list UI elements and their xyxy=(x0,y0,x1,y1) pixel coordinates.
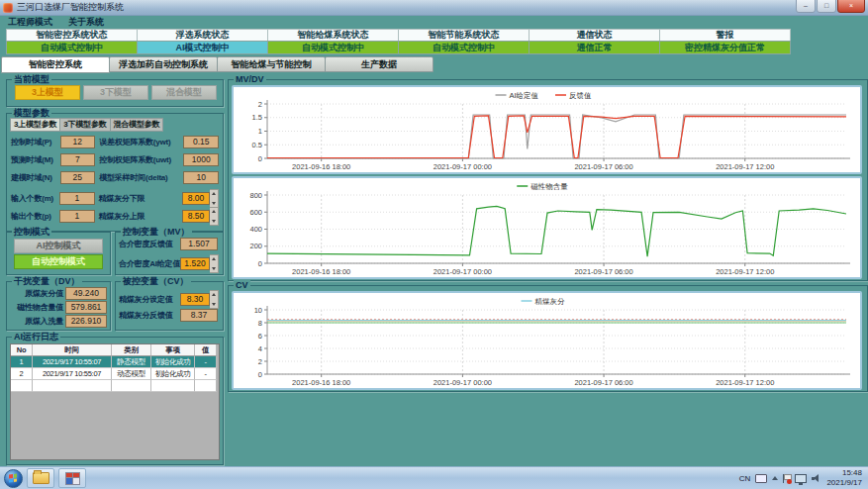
clock[interactable]: 15:48 2021/9/17 xyxy=(826,468,862,488)
start-button[interactable] xyxy=(4,469,23,488)
raw-coal-feed-value: 226.910 xyxy=(65,315,107,328)
chart-density-mvdv: 00.511.522021-09-16 18:002021-09-17 00:0… xyxy=(232,85,862,174)
cv-group: 被控变量（CV） 精煤灰分设定值 8.30 精煤灰分反馈值 8.37 xyxy=(115,281,224,331)
param-tab-3-lower[interactable]: 3下模型参数 xyxy=(59,118,110,132)
svg-text:2021-09-16 18:00: 2021-09-16 18:00 xyxy=(292,378,350,387)
svg-text:10: 10 xyxy=(254,306,262,315)
show-hidden-icons-arrow[interactable] xyxy=(772,476,778,480)
model-3-upper-button[interactable]: 3上模型 xyxy=(15,85,80,100)
svg-text:精煤灰分: 精煤灰分 xyxy=(534,297,566,306)
menu-about-system[interactable]: 关于系统 xyxy=(68,16,104,29)
svg-text:600: 600 xyxy=(249,208,262,217)
spinner-control[interactable] xyxy=(210,207,219,226)
param-row: 输入个数(m) 1 精煤灰分下限 8.00 xyxy=(11,189,219,208)
close-button[interactable]: × xyxy=(837,0,865,13)
system-tray: CN 15:48 2021/9/17 xyxy=(739,468,864,488)
svg-text:2021-09-17 00:00: 2021-09-17 00:00 xyxy=(434,162,492,171)
param-label: 输入个数(m) xyxy=(11,193,59,204)
input-language-indicator[interactable]: CN xyxy=(739,474,751,483)
ash-upper-limit-input[interactable]: 8.50 xyxy=(182,207,219,226)
status-value: 自动模式控制中 xyxy=(267,41,399,54)
param-value: 0.15 xyxy=(183,136,219,148)
dv-row: 原煤灰分值 49.240 xyxy=(10,287,107,300)
system-status-banner: 智能密控系统状态 浮选系统状态 智能给煤系统状态 智能节能系统状态 通信状态 警… xyxy=(7,29,791,54)
log-row-2[interactable]: 2 2021/9/17 10:55:07 动态模型 初始化成功 - xyxy=(11,368,219,380)
param-tab-mixed[interactable]: 混合模型参数 xyxy=(110,118,164,132)
group-label: MV/DV xyxy=(234,74,266,84)
param-label: 预测时域(M) xyxy=(11,154,60,165)
tab-flotation-dosing[interactable]: 浮选加药自动控制系统 xyxy=(109,56,218,72)
action-center-flag-icon[interactable] xyxy=(783,474,790,483)
minimize-button[interactable]: – xyxy=(796,0,816,13)
model-3-lower-button[interactable]: 3下模型 xyxy=(83,85,148,100)
ash-setpoint-input[interactable]: 8.30 xyxy=(180,290,219,309)
log-event: 初始化成功 xyxy=(151,356,195,368)
group-label: CV xyxy=(234,280,250,290)
param-value: 12 xyxy=(60,136,96,148)
input-value[interactable]: 8.00 xyxy=(182,192,210,205)
spinner-control[interactable] xyxy=(210,254,219,273)
group-label: 模型参数 xyxy=(12,108,51,118)
param-tab-3-upper[interactable]: 3上模型参数 xyxy=(10,118,60,132)
svg-text:2021-09-17 06:00: 2021-09-17 06:00 xyxy=(574,162,632,171)
svg-text:2: 2 xyxy=(258,357,262,366)
log-event: 初始化成功 xyxy=(151,368,195,380)
menu-bar: 工程师模式 关于系统 xyxy=(0,16,868,29)
app-icon xyxy=(3,3,13,13)
svg-text:2021-09-17 00:00: 2021-09-17 00:00 xyxy=(434,267,492,276)
svg-text:2021-09-16 18:00: 2021-09-16 18:00 xyxy=(292,162,350,171)
input-value[interactable]: 8.50 xyxy=(182,210,210,223)
svg-text:2021-09-16 18:00: 2021-09-16 18:00 xyxy=(292,267,350,276)
col-value: 值 xyxy=(195,344,217,356)
tab-smart-density-control[interactable]: 智能密控系统 xyxy=(1,56,110,73)
model-mixed-button[interactable]: 混合模型 xyxy=(151,85,217,100)
svg-text:AI给定值: AI给定值 xyxy=(510,91,539,100)
window-title: 三河口选煤厂智能控制系统 xyxy=(17,1,124,14)
param-label: 控制权矩阵系数(uwt) xyxy=(99,154,183,165)
cv-feedback-row: 精煤灰分反馈值 8.37 xyxy=(119,309,220,322)
keyboard-icon[interactable] xyxy=(755,474,767,483)
log-no: 1 xyxy=(11,356,33,368)
svg-text:反馈值: 反馈值 xyxy=(569,91,592,100)
network-icon[interactable] xyxy=(795,474,807,483)
field-label: 精煤灰分反馈值 xyxy=(119,310,180,321)
density-ai-setpoint-input[interactable]: 1.520 xyxy=(180,254,219,273)
ai-log-table[interactable]: No 时间 类别 事项 值 1 2021/9/17 10:55:07 静态模型 … xyxy=(10,343,220,460)
volume-icon[interactable] xyxy=(812,474,821,483)
field-label: 磁性物含量值 xyxy=(10,302,65,313)
log-value: - xyxy=(195,368,217,380)
tab-production-data[interactable]: 生产数据 xyxy=(325,56,434,72)
app-taskbar-button[interactable] xyxy=(58,468,86,488)
col-no: No xyxy=(11,344,33,356)
param-row: 建模时域(N) 25 模型采样时间(delta) 10 xyxy=(11,171,219,184)
spinner-control[interactable] xyxy=(210,290,219,309)
tab-coal-feed-energy[interactable]: 智能给煤与节能控制 xyxy=(217,56,326,72)
control-mode-group: 控制模式 AI控制模式 自动控制模式 xyxy=(6,232,111,275)
auto-control-mode-button[interactable]: 自动控制模式 xyxy=(14,254,103,269)
param-value: 7 xyxy=(60,153,96,166)
tray-time: 15:48 xyxy=(826,468,862,478)
svg-text:2021-09-17 06:00: 2021-09-17 06:00 xyxy=(574,267,632,276)
status-value: 密控精煤灰分值正常 xyxy=(659,41,791,54)
svg-text:1: 1 xyxy=(258,127,262,136)
menu-engineer-mode[interactable]: 工程师模式 xyxy=(8,16,52,29)
param-value: 10 xyxy=(183,171,219,184)
log-empty-row xyxy=(11,380,219,392)
input-value[interactable]: 1.520 xyxy=(180,257,210,270)
ai-control-mode-button[interactable]: AI控制模式 xyxy=(14,239,103,253)
col-time: 时间 xyxy=(33,344,112,356)
svg-text:0: 0 xyxy=(258,370,262,379)
ash-lower-limit-input[interactable]: 8.00 xyxy=(182,189,219,208)
spinner-control[interactable] xyxy=(210,189,219,208)
svg-text:2021-09-17 12:00: 2021-09-17 12:00 xyxy=(716,162,774,171)
param-value: 1 xyxy=(59,192,94,205)
explorer-taskbar-button[interactable] xyxy=(27,468,54,488)
param-label: 输出个数(p) xyxy=(11,211,59,222)
magnetite-content-value: 579.861 xyxy=(65,301,107,314)
group-label: 干扰变量（DV） xyxy=(12,276,82,286)
app-window-icon xyxy=(65,472,80,485)
input-value[interactable]: 8.30 xyxy=(180,293,210,306)
maximize-button[interactable]: □ xyxy=(817,0,836,13)
log-row-1[interactable]: 1 2021/9/17 10:55:07 静态模型 初始化成功 - xyxy=(11,356,219,368)
main-tab-strip: 智能密控系统 浮选加药自动控制系统 智能给煤与节能控制 生产数据 xyxy=(2,56,434,73)
